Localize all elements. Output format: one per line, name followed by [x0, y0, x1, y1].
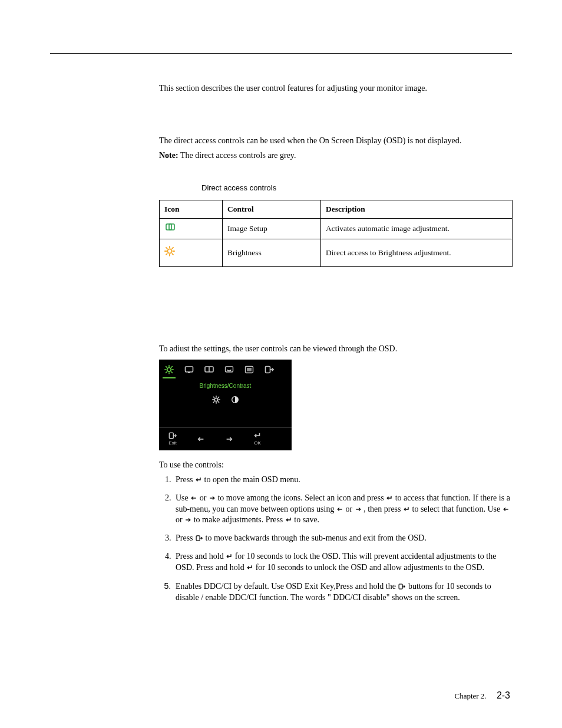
table-header-row: Icon Control Description	[160, 200, 513, 219]
exit-icon	[195, 535, 203, 542]
osd-exit-label: Exit	[168, 440, 176, 447]
osd-tab-color	[223, 363, 236, 376]
enter-icon	[285, 516, 292, 523]
menu-icon	[244, 365, 254, 374]
left-arrow-icon	[336, 506, 343, 513]
exit-icon	[265, 365, 274, 374]
sun-icon	[164, 365, 174, 374]
note-label: Note:	[159, 151, 178, 160]
osd-ok-label: OK	[254, 440, 261, 447]
osd-tab-position	[183, 363, 196, 376]
left-arrow-icon	[197, 435, 205, 443]
header-rule	[50, 53, 512, 54]
step-1: Press to open the main OSD menu.	[173, 475, 513, 486]
step-4: Press and hold for 10 seconds to lock th…	[173, 551, 513, 574]
osd-tabs	[159, 360, 292, 381]
page: This section describes the user control …	[0, 0, 562, 728]
exit-icon	[168, 431, 177, 440]
note-text: The direct access controls are grey.	[178, 151, 296, 160]
cell-control: Image Setup	[223, 219, 321, 239]
sun-icon	[212, 396, 220, 404]
page-footer: Chapter 2. 2-3	[454, 689, 510, 702]
monitor-icon	[184, 365, 194, 374]
note-line: Note: The direct access controls are gre…	[159, 150, 513, 162]
table-row: Image Setup Activates automatic image ad…	[160, 219, 513, 239]
cell-description: Activates automatic image adjustment.	[321, 219, 513, 239]
cell-description: Direct access to Brightness adjustment.	[321, 239, 513, 266]
exit-icon	[398, 583, 406, 590]
step-2: Use or to move among the icons. Select a…	[173, 493, 513, 526]
intro-paragraph: This section describes the user control …	[159, 83, 513, 94]
osd-body	[159, 393, 292, 427]
enter-icon	[246, 564, 253, 571]
steps-list: Press to open the main OSD menu. Use or …	[159, 475, 513, 604]
right-arrow-icon	[184, 516, 191, 523]
osd-lead: To adiust the settings, the user control…	[159, 344, 513, 355]
footer-page-number: 2-3	[497, 690, 510, 700]
step-5: Enables DDC/CI by default. Use OSD Exit …	[173, 581, 513, 604]
osd-tab-exit	[263, 363, 276, 376]
osd-title: Brightness/Contrast	[159, 381, 292, 394]
image-setup-icon	[164, 222, 176, 232]
enter-icon	[403, 506, 410, 513]
cell-icon-brightness	[160, 239, 223, 266]
contrast-icon	[231, 396, 239, 404]
right-arrow-icon	[355, 506, 362, 513]
cell-icon-image-setup	[160, 219, 223, 239]
footer-chapter: Chapter 2.	[454, 691, 486, 700]
osd-tab-options	[243, 363, 256, 376]
osd-ok-button: OK	[253, 431, 262, 447]
left-arrow-icon	[190, 495, 197, 502]
osd-bottom-bar: Exit OK	[159, 427, 292, 450]
table-caption: Direct access controls	[201, 183, 513, 193]
left-arrow-icon	[503, 506, 510, 513]
content-column: This section describes the user control …	[159, 83, 513, 604]
cell-control: Brightness	[223, 239, 321, 266]
th-description: Description	[321, 200, 513, 219]
right-arrow-icon	[225, 435, 233, 443]
osd-mockup: Brightness/Contrast Exit OK	[159, 360, 292, 450]
th-control: Control	[223, 200, 321, 219]
enter-icon	[253, 431, 262, 440]
enter-icon	[226, 553, 233, 560]
direct-access-table: Icon Control Description Image Setup Act…	[159, 200, 513, 266]
brightness-icon	[164, 246, 175, 256]
osd-tab-brightness	[163, 363, 176, 378]
step-3: Press to move backwards through the sub-…	[173, 533, 513, 544]
to-use-controls: To use the controls:	[159, 460, 513, 471]
table-row: Brightness Direct access to Brightness a…	[160, 239, 513, 266]
enter-icon	[386, 495, 393, 502]
enter-icon	[195, 476, 202, 483]
direct-access-paragraph: The direct access controls can be used w…	[159, 136, 513, 147]
right-arrow-icon	[209, 495, 216, 502]
monitor-swirl-icon	[224, 365, 234, 374]
monitor-split-icon	[204, 365, 214, 374]
osd-exit-button: Exit	[168, 431, 177, 447]
th-icon: Icon	[160, 200, 223, 219]
osd-tab-image-setup	[203, 363, 216, 376]
